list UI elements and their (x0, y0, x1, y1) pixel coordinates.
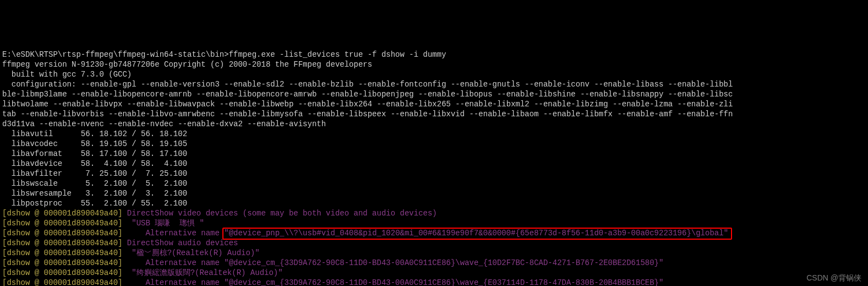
dshow-prefix: [dshow @ 000001d890049a40] (2, 278, 122, 286)
dshow-msg: DirectShow video devices (some may be bo… (122, 209, 436, 218)
lib-line: libswscale 5. 2.100 / 5. 2.100 (2, 179, 187, 188)
config-line: ble-libmp3lame --enable-libopencore-amrn… (2, 90, 733, 99)
dshow-prefix: [dshow @ 000001d890049a40] (2, 258, 122, 267)
dshow-prefix: [dshow @ 000001d890049a40] (2, 239, 122, 247)
built-line: built with gcc 7.3.0 (GCC) (2, 70, 132, 79)
config-line: libtwolame --enable-libvpx --enable-libw… (2, 100, 733, 109)
dshow-line: [dshow @ 000001d890049a40] DirectShow au… (2, 239, 238, 247)
dshow-prefix: [dshow @ 000001d890049a40] (2, 209, 122, 218)
config-line: d3d11va --enable-nvenc --enable-nvdec --… (2, 120, 326, 128)
dshow-prefix: [dshow @ 000001d890049a40] (2, 268, 122, 277)
dshow-msg: Alternative name "@device_cm_{33D9A762-9… (122, 278, 663, 286)
lib-line: libavcodec 58. 19.105 / 58. 19.105 (2, 139, 187, 148)
dshow-prefix: [dshow @ 000001d890049a40] (2, 229, 122, 238)
device-alt-name: "@device_pnp_\\?\usb#vid_0408&pid_1020&m… (224, 229, 728, 238)
config-line: tab --enable-libvorbis --enable-libvo-am… (2, 110, 733, 118)
lib-line: libavfilter 7. 25.100 / 7. 25.100 (2, 169, 187, 178)
dshow-msg: "绔嬩綋澹版贩闊?(Realtek(R) Audio)" (122, 268, 282, 277)
lib-line: libavutil 56. 18.102 / 56. 18.102 (2, 129, 187, 138)
dshow-prefix: [dshow @ 000001d890049a40] (2, 219, 122, 228)
dshow-prefix: [dshow @ 000001d890049a40] (2, 249, 122, 257)
dshow-line: [dshow @ 000001d890049a40] "绔嬩綋澹版贩闊?(Rea… (2, 268, 283, 277)
lib-line: libpostproc 55. 2.100 / 55. 2.100 (2, 199, 187, 208)
dshow-msg: DirectShow audio devices (122, 239, 238, 247)
dshow-line: [dshow @ 000001d890049a40] Alternative n… (2, 258, 663, 267)
dshow-alt-label: Alternative name (122, 229, 224, 238)
lib-line: libswresample 3. 2.100 / 3. 2.100 (2, 189, 187, 198)
prompt-line: E:\eSDK\RTSP\rtsp-ffmpeg\ffmpeg-win64-st… (2, 50, 446, 59)
terminal-output: E:\eSDK\RTSP\rtsp-ffmpeg\ffmpeg-win64-st… (0, 40, 868, 286)
dshow-line: [dshow @ 000001d890049a40] Alternative n… (2, 278, 663, 286)
dshow-line: [dshow @ 000001d890049a40] "楹﹀厠椋?(Realte… (2, 249, 260, 257)
version-line: ffmpeg version N-91230-gb74877206e Copyr… (2, 60, 372, 69)
lib-line: libavdevice 58. 4.100 / 58. 4.100 (2, 159, 187, 168)
dshow-line: [dshow @ 000001d890049a40] Alternative n… (2, 229, 728, 238)
dshow-line: [dshow @ 000001d890049a40] "USB 瑙嗛 璁惧 " (2, 219, 204, 228)
watermark: CSDN @背锅侠 (806, 273, 861, 283)
config-line: configuration: --enable-gpl --enable-ver… (2, 80, 733, 89)
dshow-msg: Alternative name "@device_cm_{33D9A762-9… (122, 258, 663, 267)
dshow-msg: "楹﹀厠椋?(Realtek(R) Audio)" (122, 249, 259, 257)
lib-line: libavformat 58. 17.100 / 58. 17.100 (2, 149, 187, 158)
dshow-msg: "USB 瑙嗛 璁惧 " (122, 219, 204, 228)
dshow-line: [dshow @ 000001d890049a40] DirectShow vi… (2, 209, 437, 218)
